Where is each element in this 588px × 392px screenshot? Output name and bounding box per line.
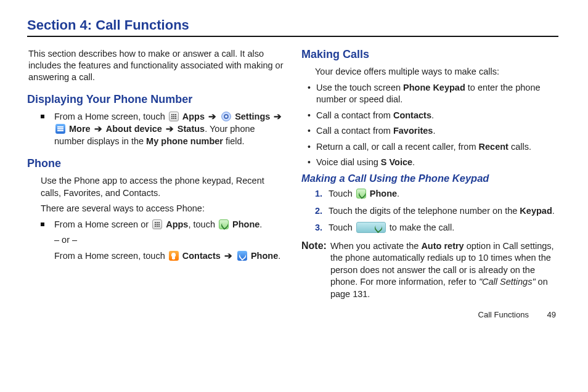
- step-3: Touch to make the call.: [315, 222, 558, 234]
- arrow-icon: ➔: [93, 124, 104, 134]
- text: , touch: [188, 219, 218, 229]
- list-item: Use the touch screen Phone Keypad to ent…: [308, 82, 558, 106]
- phone-paragraph-1: Use the Phone app to access the phone ke…: [41, 175, 284, 199]
- svoice-label: S Voice: [381, 157, 412, 167]
- text: to make the call.: [390, 223, 455, 232]
- text: field.: [223, 136, 245, 146]
- display-number-step: From a Home screen, touch Apps ➔ Setting…: [41, 111, 284, 147]
- note-label: Note:: [301, 240, 327, 301]
- settings-icon: [221, 112, 231, 121]
- phone-label: Phone: [232, 219, 259, 229]
- page-footer: Call Functions 49: [27, 310, 558, 319]
- section-title: Section 4: Call Functions: [27, 17, 558, 33]
- list-item: Call a contact from Contacts.: [308, 110, 558, 122]
- text: calls.: [508, 142, 531, 152]
- apps-label: Apps: [182, 112, 205, 121]
- auto-retry-label: Auto retry: [421, 241, 463, 251]
- footer-section-label: Call Functions: [478, 310, 529, 319]
- phone-keypad-label: Phone Keypad: [403, 83, 465, 92]
- heading-making-calls: Making Calls: [301, 48, 558, 61]
- contacts-label: Contacts: [182, 251, 221, 261]
- favorites-label: Favorites: [393, 126, 433, 136]
- apps-icon: [152, 219, 162, 229]
- phone-tab-icon: [237, 251, 247, 261]
- phone-paragraph-2: There are several ways to access Phone:: [41, 203, 284, 215]
- two-column-layout: This section describes how to make or an…: [27, 48, 558, 300]
- page-number: 49: [547, 310, 556, 319]
- making-calls-list: Use the touch screen Phone Keypad to ent…: [308, 82, 558, 169]
- arrow-icon: ➔: [165, 124, 175, 134]
- about-device-label: About device: [106, 124, 162, 134]
- apps-label: Apps: [166, 219, 188, 229]
- list-item: Call a contact from Favorites.: [308, 125, 558, 137]
- text: From a Home screen, touch: [54, 112, 168, 121]
- keypad-label: Keypad: [520, 206, 552, 216]
- more-label: More: [69, 124, 91, 134]
- arrow-icon: ➔: [272, 112, 283, 121]
- list-item: Voice dial using S Voice.: [308, 157, 558, 169]
- phone-label: Phone: [370, 189, 397, 198]
- phone-access-item: From a Home screen or Apps, touch Phone.…: [41, 219, 284, 263]
- apps-icon: [169, 112, 179, 121]
- text: Call a contact from: [316, 110, 393, 120]
- settings-label: Settings: [235, 112, 270, 121]
- text: Touch: [329, 189, 355, 198]
- call-button-icon: [356, 222, 386, 233]
- contacts-icon: [169, 251, 179, 261]
- more-icon: [55, 124, 65, 134]
- text: From a Home screen or: [54, 219, 151, 229]
- recent-label: Recent: [479, 142, 508, 152]
- or-separator: – or –: [54, 234, 284, 247]
- keypad-steps: Touch Phone. Touch the digits of the tel…: [315, 188, 558, 234]
- note-body: When you activate the Auto retry option …: [330, 240, 558, 301]
- making-calls-paragraph: Your device offers multiple ways to make…: [315, 66, 558, 78]
- text: From a Home screen, touch: [54, 251, 168, 261]
- heading-phone: Phone: [27, 157, 284, 170]
- note-block: Note: When you activate the Auto retry o…: [301, 240, 558, 301]
- phone-icon: [356, 189, 366, 198]
- phone-label: Phone: [251, 251, 278, 261]
- list-item: Return a call, or call a recent caller, …: [308, 141, 558, 153]
- step-1: Touch Phone.: [315, 188, 558, 200]
- right-column: Making Calls Your device offers multiple…: [301, 48, 558, 300]
- arrow-icon: ➔: [207, 112, 218, 121]
- heading-call-keypad: Making a Call Using the Phone Keypad: [301, 173, 558, 184]
- text: Voice dial using: [316, 157, 381, 167]
- phone-access-list: From a Home screen or Apps, touch Phone.…: [41, 219, 284, 263]
- left-column: This section describes how to make or an…: [27, 48, 284, 300]
- text: Use the touch screen: [316, 83, 403, 92]
- text: Touch: [329, 223, 355, 232]
- status-label: Status: [178, 124, 205, 134]
- text: Return a call, or call a recent caller, …: [316, 142, 479, 152]
- text: Call a contact from: [316, 126, 393, 136]
- cross-ref: "Call Settings": [479, 277, 536, 287]
- arrow-icon: ➔: [223, 251, 234, 261]
- my-phone-number-label: My phone number: [146, 136, 223, 146]
- step-2: Touch the digits of the telephone number…: [315, 205, 558, 218]
- contacts-label: Contacts: [393, 110, 431, 120]
- display-number-steps: From a Home screen, touch Apps ➔ Setting…: [41, 111, 284, 147]
- intro-paragraph: This section describes how to make or an…: [28, 48, 284, 83]
- phone-icon: [219, 219, 229, 229]
- text: When you activate the: [330, 241, 422, 251]
- section-rule: [27, 36, 558, 37]
- text: Touch the digits of the telephone number…: [329, 206, 520, 216]
- heading-displaying-number: Displaying Your Phone Number: [27, 93, 284, 106]
